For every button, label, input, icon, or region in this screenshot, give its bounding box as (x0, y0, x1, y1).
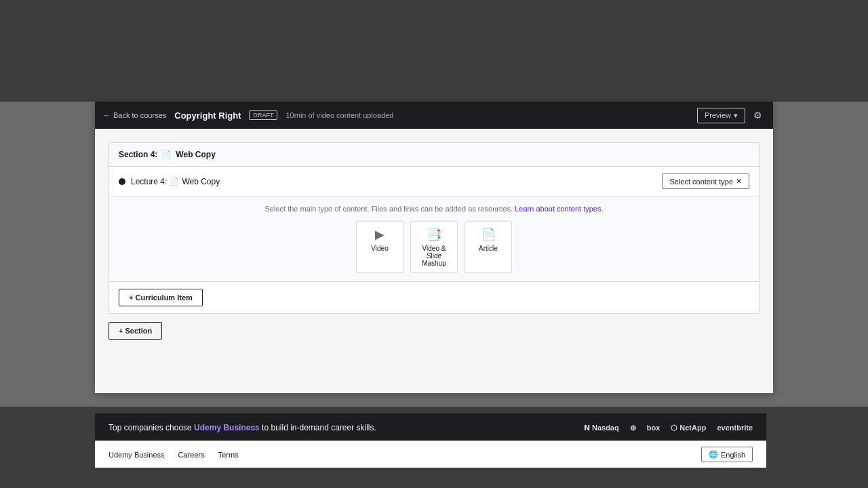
add-section-label: + Section (119, 327, 152, 335)
footer-link-careers[interactable]: Careers (178, 451, 205, 459)
globe-icon: 🌐 (709, 450, 718, 459)
language-button[interactable]: 🌐 English (701, 447, 753, 462)
netapp-logo: ⬡ NetApp (671, 424, 706, 432)
back-arrow-icon: ← (103, 111, 111, 119)
content-type-info-text: Select the main type of content. Files a… (265, 205, 513, 213)
select-content-label: Select content type (669, 178, 733, 186)
section-header: Section 4: 📄 Web Copy (109, 143, 759, 167)
top-background (0, 0, 868, 102)
close-icon: ✕ (736, 177, 742, 186)
footer-link-udemy-business[interactable]: Udemy Business (108, 451, 165, 459)
footer-promo-text: Top companies choose Udemy Business to b… (108, 423, 376, 432)
section-label: Section 4: (119, 150, 157, 159)
settings-icon: ⚙ (753, 110, 762, 121)
preview-button[interactable]: Preview ▾ (697, 108, 745, 123)
add-section-button[interactable]: + Section (108, 322, 162, 340)
learn-more-link[interactable]: Learn about content types. (515, 205, 603, 213)
promo-text-end: to build in-demand career skills. (260, 423, 376, 432)
footer-links: Udemy Business Careers Terms 🌐 English (95, 441, 766, 468)
udemy-business-brand: Udemy Business (194, 423, 260, 432)
lecture-status-dot (119, 178, 125, 185)
chevron-down-icon: ▾ (734, 111, 738, 120)
add-curriculum-label: + Curriculum Item (129, 293, 193, 302)
footer-promo: Top companies choose Udemy Business to b… (95, 413, 766, 442)
article-label: Article (479, 245, 498, 252)
video-option-button[interactable]: ▶ Video (356, 221, 403, 273)
video-label: Video (371, 245, 388, 252)
content-type-options: ▶ Video 📑 Video & Slide Mashup 📄 Article (119, 221, 749, 273)
lecture-label: Lecture 4: (131, 177, 167, 186)
section-file-icon: 📄 (161, 150, 172, 159)
article-option-button[interactable]: 📄 Article (465, 221, 512, 273)
promo-text-start: Top companies choose (108, 423, 194, 432)
content-type-panel: Select the main type of content. Files a… (109, 197, 759, 282)
settings-button[interactable]: ⚙ (751, 107, 765, 123)
mashup-option-button[interactable]: 📑 Video & Slide Mashup (410, 221, 458, 273)
article-icon: 📄 (481, 227, 496, 242)
mashup-icon: 📑 (427, 227, 441, 242)
section-container: Section 4: 📄 Web Copy Lecture 4: 📄 Web C… (108, 142, 760, 314)
back-label: Back to courses (113, 111, 166, 119)
lecture-file-icon: 📄 (170, 177, 179, 186)
back-to-courses-link[interactable]: ← Back to courses (103, 111, 166, 119)
preview-label: Preview (705, 111, 731, 119)
nav-bar: ← Back to courses Copyright Right DRAFT … (95, 102, 773, 129)
vw-logo: ⊕ (630, 424, 636, 432)
lecture-title: Lecture 4: 📄 Web Copy (131, 177, 656, 186)
nav-right: Preview ▾ ⚙ (697, 107, 765, 123)
lecture-row: Lecture 4: 📄 Web Copy Select content typ… (109, 167, 759, 197)
lang-label: English (721, 451, 745, 459)
lecture-title-text: Web Copy (182, 177, 220, 186)
eventbrite-logo: eventbrite (717, 424, 753, 432)
browser-window: ← Back to courses Copyright Right DRAFT … (95, 102, 773, 393)
section-title: Web Copy (176, 150, 215, 159)
footer-link-terms[interactable]: Terms (218, 451, 239, 459)
nasdaq-logo: 𝗡 Nasdaq (584, 424, 619, 432)
footer-logos: 𝗡 Nasdaq ⊕ box ⬡ NetApp eventbrite (584, 424, 753, 432)
upload-status: 10min of video content uploaded (285, 111, 393, 119)
course-title: Copyright Right (174, 110, 241, 121)
video-icon: ▶ (375, 227, 384, 242)
box-logo: box (647, 424, 660, 432)
main-content: Section 4: 📄 Web Copy Lecture 4: 📄 Web C… (95, 129, 773, 393)
draft-badge: DRAFT (249, 110, 277, 120)
mashup-label: Video & Slide Mashup (419, 245, 449, 267)
nav-left: ← Back to courses Copyright Right DRAFT … (103, 110, 394, 121)
content-type-info: Select the main type of content. Files a… (119, 205, 749, 213)
select-content-type-button[interactable]: Select content type ✕ (662, 174, 749, 189)
add-curriculum-item-button[interactable]: + Curriculum Item (119, 289, 203, 306)
